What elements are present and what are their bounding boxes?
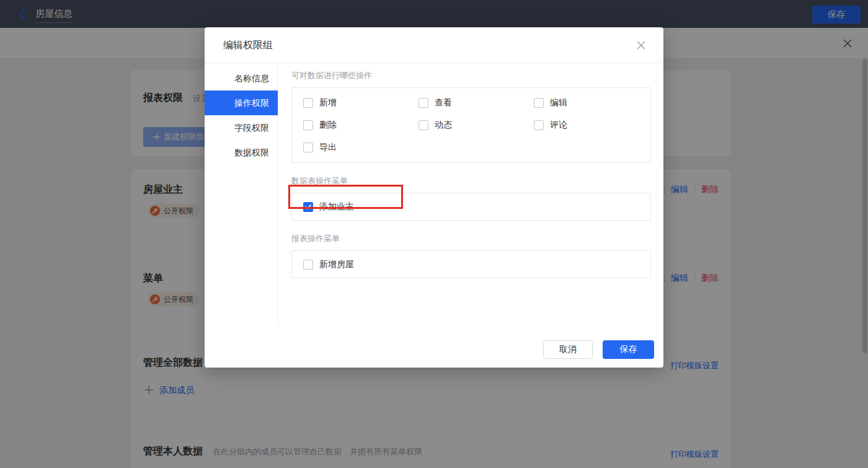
tab-field-permission[interactable]: 字段权限 [205,115,278,140]
checkbox-item: 新增房屋 [303,251,354,278]
checkbox[interactable] [418,98,428,108]
checkbox[interactable] [303,260,313,270]
checkbox-item: 评论 [534,114,650,136]
checkbox-item: 添加业主 [303,193,354,220]
edit-permission-group-modal: 编辑权限组 名称信息 操作权限 字段权限 数据权限 可对数据进行哪些操作 新增 … [205,27,663,368]
tab-name-info[interactable]: 名称信息 [205,66,278,91]
checkbox[interactable] [303,120,313,130]
tab-data-permission[interactable]: 数据权限 [205,140,278,165]
cancel-button[interactable]: 取消 [543,340,593,359]
checkbox[interactable] [303,98,313,108]
modal-tab-list: 名称信息 操作权限 字段权限 数据权限 [205,63,278,325]
modal-header: 编辑权限组 [205,27,663,63]
checkbox[interactable] [534,120,544,130]
checkbox[interactable] [534,98,544,108]
modal-content: 可对数据进行哪些操作 新增 查看 编辑 删除 动态 评论 导出 数据表操作菜单 [279,63,663,325]
checkbox[interactable] [303,143,313,152]
checkbox-item: 查看 [418,92,534,114]
operations-box: 新增 查看 编辑 删除 动态 评论 导出 [291,87,651,163]
report-menu-box: 新增房屋 [291,250,651,278]
modal-close-icon[interactable] [636,40,646,50]
checkbox-item: 导出 [303,136,418,159]
save-button[interactable]: 保存 [603,340,654,359]
checkbox[interactable] [418,120,428,130]
modal-footer: 取消 保存 [205,332,663,368]
modal-title: 编辑权限组 [223,27,273,63]
checkbox-item: 删除 [303,114,418,136]
section-label-operations: 可对数据进行哪些操作 [291,70,651,81]
checkbox-item: 编辑 [534,92,650,114]
checkbox-item: 新增 [303,92,418,114]
section-label-table-menu: 数据表操作菜单 [291,175,651,187]
checkbox-checked[interactable] [303,202,313,212]
section-label-report-menu: 报表操作菜单 [291,233,651,244]
page: 房屋信息 保存 报表权限 设置报表数据的操作权限 新建权限组 房屋业主 公开权限 [0,0,868,468]
table-menu-box: 添加业主 [291,193,651,221]
tab-operation-permission[interactable]: 操作权限 [205,91,278,115]
checkbox-item: 动态 [418,114,534,136]
